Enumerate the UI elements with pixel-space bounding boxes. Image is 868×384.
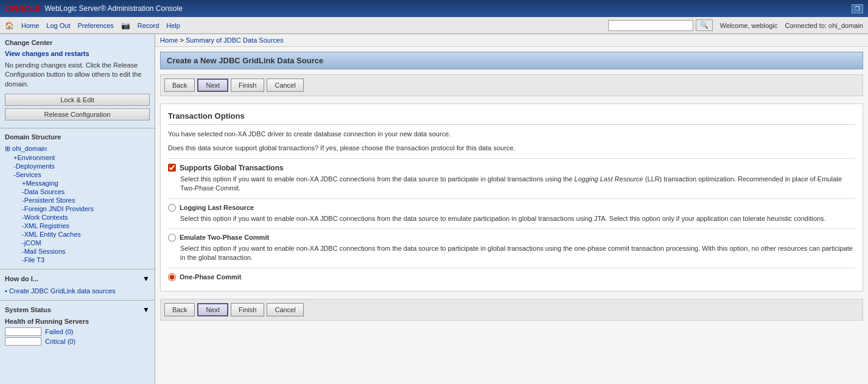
- cancel-button-top[interactable]: Cancel: [267, 79, 303, 92]
- record-link[interactable]: Record: [138, 22, 159, 29]
- tree-item-mail-sessions[interactable]: -Mail Sessions: [5, 247, 150, 256]
- left-panel: Change Center View changes and restarts …: [0, 34, 155, 384]
- tree-item-work-contexts[interactable]: -Work Contexts: [5, 213, 150, 222]
- tree-item-file-t3[interactable]: -File T3: [5, 256, 150, 264]
- failed-status-row: Failed (0): [5, 327, 150, 336]
- change-center-title: Change Center: [5, 39, 150, 46]
- welcome-area: Welcome, weblogic Connected to: ohi_doma…: [720, 22, 863, 29]
- system-status-header: System Status ▼: [5, 305, 150, 314]
- failed-link[interactable]: Failed (0): [45, 328, 73, 335]
- supports-global-option: Supports Global Transactions: [168, 164, 855, 172]
- domain-structure: Domain Structure ⊞ ohi_domain +Environme…: [0, 128, 155, 270]
- how-do-i-section: How do I... ▼ • Create JDBC GridLink dat…: [0, 270, 155, 301]
- one-phase-radio[interactable]: [168, 273, 176, 281]
- system-status-section: System Status ▼ Health of Running Server…: [0, 301, 155, 352]
- search-area: 🔍: [608, 19, 713, 31]
- tree-item-xml-registries[interactable]: -XML Registries: [5, 222, 150, 230]
- breadcrumb-separator: >: [180, 37, 183, 44]
- page-header-title: Create a New JDBC GridLink Data Source: [167, 56, 856, 65]
- tree-item-xml-entity-caches[interactable]: -XML Entity Caches: [5, 230, 150, 239]
- how-do-i-header: How do I... ▼: [5, 274, 150, 283]
- intro-text-1: You have selected non-XA JDBC driver to …: [168, 130, 855, 139]
- one-phase-option: One-Phase Commit: [168, 273, 855, 281]
- collapse-icon[interactable]: ▼: [142, 274, 150, 283]
- logging-last-radio[interactable]: [168, 204, 176, 212]
- tree-item-jcom[interactable]: -jCOM: [5, 239, 150, 247]
- tree-item-messaging[interactable]: +Messaging: [5, 179, 150, 187]
- logging-last-option: Logging Last Resource: [168, 204, 855, 212]
- connected-text: Connected to: ohi_domain: [785, 22, 863, 29]
- tree-item-ohi-domain[interactable]: ⊞ ohi_domain: [5, 144, 150, 153]
- change-center: Change Center View changes and restarts …: [0, 34, 155, 128]
- supports-global-checkbox[interactable]: [168, 164, 176, 172]
- window-controls[interactable]: ❐: [852, 4, 863, 13]
- search-button[interactable]: 🔍: [696, 19, 713, 31]
- button-row-top: Back Next Finish Cancel: [160, 74, 863, 96]
- system-status-collapse-icon[interactable]: ▼: [142, 305, 150, 314]
- emulate-label: Emulate Two-Phase Commit: [180, 234, 269, 241]
- section-title: Transaction Options: [168, 111, 855, 125]
- emulate-desc: Select this option if you want to enable…: [168, 244, 855, 263]
- intro-text-2: Does this data source support global tra…: [168, 144, 855, 153]
- supports-global-desc: Select this option if you want to enable…: [168, 175, 855, 194]
- right-panel: Home > Summary of JDBC Data Sources Crea…: [155, 34, 868, 384]
- home-icon: 🏠: [5, 21, 14, 30]
- failed-bar: [5, 327, 41, 336]
- critical-bar: [5, 337, 41, 346]
- record-icon: 📷: [121, 21, 130, 30]
- breadcrumb: Home > Summary of JDBC Data Sources: [155, 34, 868, 47]
- app-title: WebLogic Server® Administration Console: [44, 4, 183, 13]
- release-configuration-button[interactable]: Release Configuration: [5, 108, 150, 120]
- window-restore-icon[interactable]: ❐: [852, 4, 863, 13]
- view-changes-link[interactable]: View changes and restarts: [5, 50, 150, 57]
- lock-edit-button[interactable]: Lock & Edit: [5, 94, 150, 106]
- transaction-options-section: Transaction Options You have selected no…: [160, 103, 863, 291]
- breadcrumb-current[interactable]: Summary of JDBC Data Sources: [186, 37, 284, 44]
- supports-global-label: Supports Global Transactions: [180, 164, 284, 172]
- home-link[interactable]: Home: [21, 22, 39, 29]
- emulate-radio[interactable]: [168, 234, 176, 242]
- page-header: Create a New JDBC GridLink Data Source: [160, 52, 863, 69]
- tree-item-data-sources[interactable]: -Data Sources: [5, 187, 150, 196]
- next-button-bottom[interactable]: Next: [197, 303, 228, 316]
- tree-item-services[interactable]: -Services: [5, 170, 150, 179]
- logout-link[interactable]: Log Out: [46, 22, 70, 29]
- logging-last-label: Logging Last Resource: [180, 204, 254, 211]
- header: ORACLE WebLogic Server® Administration C…: [0, 0, 868, 17]
- preferences-link[interactable]: Preferences: [77, 22, 113, 29]
- back-button-top[interactable]: Back: [164, 79, 195, 92]
- welcome-text: Welcome, weblogic: [720, 22, 778, 29]
- health-title: Health of Running Servers: [5, 318, 150, 325]
- critical-status-row: Critical (0): [5, 337, 150, 346]
- oracle-logo: ORACLE: [5, 4, 41, 13]
- tree-item-foreign-jndi[interactable]: -Foreign JNDI Providers: [5, 204, 150, 213]
- domain-structure-title: Domain Structure: [5, 133, 150, 141]
- oracle-wordmark: ORACLE: [5, 4, 41, 13]
- system-status-title: System Status: [5, 306, 51, 313]
- help-link[interactable]: Help: [166, 22, 180, 29]
- tree-item-deployments[interactable]: -Deployments: [5, 162, 150, 170]
- change-center-description: No pending changes exist. Click the Rele…: [5, 61, 150, 89]
- emulate-option: Emulate Two-Phase Commit: [168, 234, 855, 242]
- breadcrumb-home[interactable]: Home: [160, 37, 178, 44]
- search-input[interactable]: [608, 20, 693, 31]
- how-do-i-title: How do I...: [5, 275, 38, 282]
- finish-button-top[interactable]: Finish: [231, 79, 264, 92]
- tree-item-environment[interactable]: +Environment: [5, 153, 150, 162]
- header-left: ORACLE WebLogic Server® Administration C…: [5, 4, 183, 13]
- main-layout: Change Center View changes and restarts …: [0, 34, 868, 384]
- navbar: 🏠 Home Log Out Preferences 📷 Record Help…: [0, 17, 868, 34]
- one-phase-label: One-Phase Commit: [180, 273, 241, 281]
- logging-last-desc: Select this option if you want to enable…: [168, 214, 855, 223]
- create-gridlink-link[interactable]: • Create JDBC GridLink data sources: [5, 287, 116, 295]
- finish-button-bottom[interactable]: Finish: [231, 303, 264, 316]
- content-area: Create a New JDBC GridLink Data Source B…: [155, 47, 868, 326]
- next-button-top[interactable]: Next: [197, 79, 228, 92]
- tree-item-persistent-stores[interactable]: -Persistent Stores: [5, 196, 150, 204]
- critical-link[interactable]: Critical (0): [45, 338, 75, 345]
- button-row-bottom: Back Next Finish Cancel: [160, 299, 863, 321]
- cancel-button-bottom[interactable]: Cancel: [267, 303, 303, 316]
- back-button-bottom[interactable]: Back: [164, 303, 195, 316]
